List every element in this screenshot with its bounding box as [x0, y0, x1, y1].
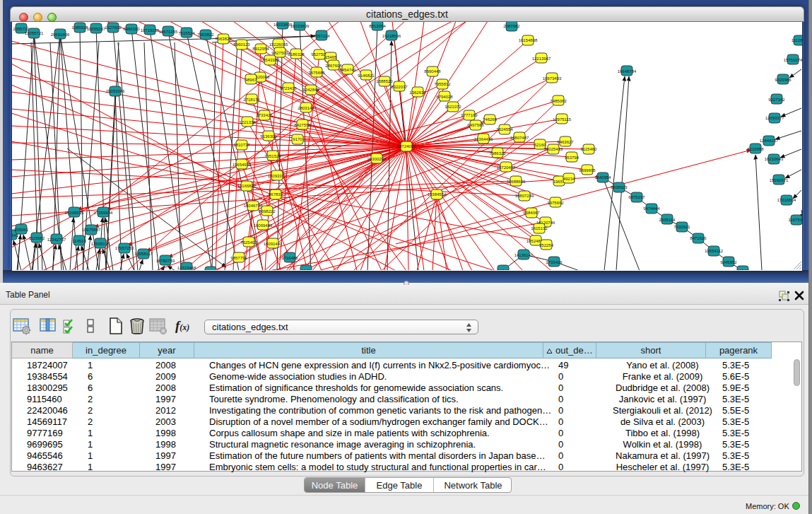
svg-text:1362615: 1362615 [409, 90, 426, 95]
svg-text:10807487: 10807487 [510, 136, 529, 140]
svg-text:16671355: 16671355 [159, 30, 178, 34]
svg-text:19218596: 19218596 [382, 34, 401, 38]
svg-text:15226055: 15226055 [269, 42, 288, 47]
svg-text:7485063: 7485063 [550, 99, 567, 103]
svg-text:1527602: 1527602 [105, 25, 122, 30]
svg-text:1588520: 1588520 [376, 79, 393, 83]
svg-text:21364436: 21364436 [474, 137, 493, 141]
svg-text:29300293: 29300293 [367, 157, 387, 161]
svg-text:9136302: 9136302 [260, 134, 277, 139]
svg-text:9463627: 9463627 [557, 140, 574, 144]
svg-text:10975887: 10975887 [82, 228, 101, 232]
svg-text:12093377: 12093377 [765, 116, 784, 120]
svg-text:7351524: 7351524 [264, 154, 281, 158]
svg-text:10655267: 10655267 [87, 27, 106, 31]
svg-text:15751074: 15751074 [784, 58, 802, 62]
svg-text:16093377: 16093377 [268, 174, 287, 178]
svg-text:1112803: 1112803 [792, 38, 802, 42]
svg-text:1615132: 1615132 [531, 226, 548, 230]
svg-text:6879197: 6879197 [628, 195, 645, 199]
svg-text:7632621: 7632621 [673, 225, 690, 229]
svg-text:8912954: 8912954 [252, 47, 269, 51]
svg-text:8427552: 8427552 [294, 123, 311, 127]
svg-text:8322037: 8322037 [391, 85, 408, 89]
svg-text:2803144: 2803144 [298, 106, 314, 110]
svg-text:16046738: 16046738 [244, 204, 263, 208]
svg-text:10719155: 10719155 [141, 28, 160, 33]
svg-text:1733426: 1733426 [256, 113, 273, 117]
svg-text:10688609: 10688609 [507, 180, 526, 184]
svg-text:12505135: 12505135 [91, 242, 110, 246]
svg-text:17359934: 17359934 [94, 211, 113, 215]
svg-text:8960123: 8960123 [233, 42, 250, 47]
svg-text:10654112: 10654112 [705, 249, 724, 253]
svg-text:12444157: 12444157 [760, 139, 779, 143]
svg-text:8813054: 8813054 [369, 24, 386, 28]
svg-text:9245652: 9245652 [720, 260, 737, 264]
svg-text:15465: 15465 [325, 55, 337, 59]
svg-text:8471626: 8471626 [690, 236, 707, 240]
svg-text:7663822: 7663822 [215, 37, 232, 41]
svg-text:16033809: 16033809 [290, 24, 310, 28]
svg-text:12213967: 12213967 [532, 57, 551, 61]
svg-text:10973493: 10973493 [543, 76, 562, 81]
svg-text:9242848: 9242848 [302, 88, 319, 92]
svg-text:18724007: 18724007 [397, 144, 416, 148]
svg-text:7515524: 7515524 [178, 31, 195, 35]
svg-text:13055721: 13055721 [25, 31, 44, 35]
svg-text:19166827: 19166827 [237, 184, 257, 188]
svg-text:2718176: 2718176 [243, 98, 260, 102]
svg-text:2935114: 2935114 [659, 218, 676, 222]
svg-text:15692971: 15692971 [770, 178, 789, 182]
svg-text:16648784: 16648784 [618, 69, 637, 74]
svg-text:9115460: 9115460 [581, 147, 598, 151]
svg-text:9474444: 9474444 [643, 206, 660, 211]
svg-text:10025433: 10025433 [544, 147, 563, 151]
svg-text:953794: 953794 [565, 156, 579, 160]
svg-text:16154808: 16154808 [519, 38, 538, 42]
svg-text:96340: 96340 [498, 269, 510, 270]
svg-text:8698222: 8698222 [259, 209, 276, 214]
svg-text:335061: 335061 [14, 228, 29, 232]
svg-text:19384554: 19384554 [428, 192, 447, 197]
svg-text:9777169: 9777169 [461, 113, 478, 117]
svg-text:9723416: 9723416 [280, 86, 297, 90]
svg-text:96340: 96340 [737, 269, 749, 270]
svg-text:252254: 252254 [539, 243, 554, 247]
svg-text:9857791: 9857791 [230, 256, 247, 260]
svg-text:1810737: 1810737 [233, 143, 250, 147]
svg-text:9146821: 9146821 [358, 74, 375, 78]
svg-text:6794028: 6794028 [436, 95, 453, 99]
svg-text:3675685: 3675685 [308, 71, 325, 75]
svg-text:16091443: 16091443 [264, 242, 283, 246]
svg-text:49234: 49234 [563, 177, 575, 181]
svg-text:2087682: 2087682 [503, 24, 520, 28]
svg-text:8454749: 8454749 [339, 68, 356, 72]
svg-text:18807249: 18807249 [515, 194, 534, 198]
svg-text:16782759: 16782759 [156, 259, 175, 263]
svg-text:9699695: 9699695 [579, 168, 596, 173]
svg-text:16210643: 16210643 [765, 157, 784, 161]
svg-text:8215958: 8215958 [747, 147, 764, 151]
svg-text:114519: 114519 [72, 239, 86, 243]
svg-text:7986322: 7986322 [489, 151, 506, 156]
svg-text:9227342: 9227342 [768, 98, 785, 102]
svg-text:1975692: 1975692 [547, 201, 564, 205]
svg-text:29053346: 29053346 [106, 89, 125, 93]
svg-text:9084067: 9084067 [523, 211, 540, 215]
svg-text:8186328: 8186328 [288, 52, 305, 57]
svg-text:1221338: 1221338 [239, 120, 256, 124]
svg-text:98967: 98967 [245, 78, 257, 82]
svg-text:9329966: 9329966 [775, 78, 792, 82]
svg-text:6966160: 6966160 [123, 27, 140, 31]
svg-text:20206535: 20206535 [65, 211, 84, 215]
svg-text:1621072: 1621072 [445, 105, 461, 109]
svg-text:17957253: 17957253 [115, 246, 134, 250]
svg-text:1167533: 1167533 [789, 218, 802, 222]
svg-text:3716485: 3716485 [281, 256, 298, 260]
svg-text:746266: 746266 [483, 117, 498, 122]
svg-text:7955812: 7955812 [434, 82, 451, 86]
svg-text:9245: 9245 [301, 269, 311, 270]
svg-text:12975115: 12975115 [553, 117, 572, 122]
svg-text:15720407: 15720407 [497, 165, 516, 170]
